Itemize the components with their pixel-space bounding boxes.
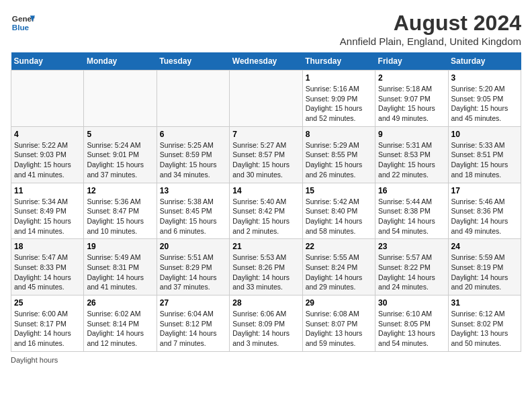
cell-content: Sunrise: 5:57 AM Sunset: 8:22 PM Dayligh… (378, 253, 445, 292)
cell-content: Sunrise: 5:53 AM Sunset: 8:26 PM Dayligh… (232, 253, 299, 292)
sunset-label: Sunset: 8:47 PM (87, 207, 139, 215)
calendar-cell: 26 Sunrise: 6:02 AM Sunset: 8:14 PM Dayl… (84, 295, 157, 352)
sunrise-label: Sunrise: 5:57 AM (378, 253, 432, 261)
sunrise-label: Sunrise: 6:00 AM (14, 310, 68, 318)
sunset-label: Sunset: 8:31 PM (87, 263, 139, 271)
cell-content: Sunrise: 5:51 AM Sunset: 8:29 PM Dayligh… (160, 253, 226, 292)
day-number: 2 (378, 73, 445, 83)
header-row: Sunday Monday Tuesday Wednesday Thursday… (11, 52, 521, 71)
day-number: 9 (378, 130, 445, 139)
daylight-label: Daylight: 15 hours and 45 minutes. (451, 104, 508, 122)
sunset-label: Sunset: 8:26 PM (232, 263, 285, 271)
calendar-cell: 15 Sunrise: 5:42 AM Sunset: 8:40 PM Dayl… (302, 183, 375, 239)
daylight-label: Daylight: 13 hours and 50 minutes. (451, 329, 508, 347)
cell-content: Sunrise: 5:44 AM Sunset: 8:38 PM Dayligh… (378, 197, 445, 236)
sunset-label: Sunset: 8:49 PM (14, 207, 66, 215)
daylight-label: Daylight: 14 hours and 12 minutes. (87, 329, 144, 347)
daylight-label: Daylight: 13 hours and 54 minutes. (378, 329, 435, 347)
cell-content: Sunrise: 5:36 AM Sunset: 8:47 PM Dayligh… (87, 197, 153, 236)
sunrise-label: Sunrise: 5:22 AM (14, 141, 68, 149)
sunset-label: Sunset: 8:42 PM (232, 207, 285, 215)
sunset-label: Sunset: 8:22 PM (378, 263, 431, 271)
header-sunday: Sunday (11, 52, 84, 71)
calendar-cell: 25 Sunrise: 6:00 AM Sunset: 8:17 PM Dayl… (11, 295, 84, 352)
calendar-week-1: 1 Sunrise: 5:16 AM Sunset: 9:09 PM Dayli… (11, 71, 521, 127)
daylight-label: Daylight: 15 hours and 37 minutes. (87, 161, 144, 179)
day-number: 11 (14, 186, 81, 195)
calendar-cell: 8 Sunrise: 5:29 AM Sunset: 8:55 PM Dayli… (302, 126, 375, 183)
daylight-label: Daylight: 15 hours and 26 minutes. (306, 161, 363, 179)
daylight-label: Daylight: 14 hours and 33 minutes. (232, 273, 290, 291)
sunset-label: Sunset: 8:55 PM (306, 150, 358, 158)
sunset-label: Sunset: 8:05 PM (378, 320, 431, 328)
sunrise-label: Sunrise: 5:38 AM (160, 197, 214, 205)
calendar-cell: 22 Sunrise: 5:55 AM Sunset: 8:24 PM Dayl… (302, 239, 375, 295)
daylight-label: Daylight: 14 hours and 37 minutes. (160, 273, 217, 291)
sunset-label: Sunset: 9:07 PM (378, 95, 431, 103)
cell-content: Sunrise: 5:59 AM Sunset: 8:19 PM Dayligh… (451, 253, 518, 292)
daylight-label: Daylight: 15 hours and 52 minutes. (306, 104, 363, 122)
cell-content: Sunrise: 5:47 AM Sunset: 8:33 PM Dayligh… (14, 253, 81, 292)
logo: General Blue (11, 11, 35, 35)
sunrise-label: Sunrise: 5:42 AM (306, 197, 359, 205)
day-number: 5 (87, 130, 153, 139)
day-number: 31 (451, 298, 518, 308)
sunset-label: Sunset: 8:40 PM (306, 207, 358, 215)
daylight-label: Daylight: 15 hours and 6 minutes. (160, 217, 217, 235)
calendar-cell (230, 71, 302, 127)
sunset-label: Sunset: 8:36 PM (451, 207, 504, 215)
title-area: August 2024 Annfield Plain, England, Uni… (340, 11, 521, 47)
header-thursday: Thursday (302, 52, 375, 71)
daylight-label: Daylight: 14 hours and 29 minutes. (306, 273, 363, 291)
sunrise-label: Sunrise: 6:06 AM (232, 310, 286, 318)
sunset-label: Sunset: 8:24 PM (306, 263, 358, 271)
day-number: 22 (306, 242, 372, 251)
daylight-label: Daylight: 14 hours and 41 minutes. (87, 273, 144, 291)
sunrise-label: Sunrise: 5:31 AM (378, 141, 432, 149)
day-number: 26 (87, 298, 153, 308)
cell-content: Sunrise: 6:00 AM Sunset: 8:17 PM Dayligh… (14, 309, 81, 349)
daylight-label: Daylight: 14 hours and 7 minutes. (160, 329, 217, 347)
sunrise-label: Sunrise: 6:02 AM (87, 310, 140, 318)
sunset-label: Sunset: 8:51 PM (451, 150, 504, 158)
cell-content: Sunrise: 5:29 AM Sunset: 8:55 PM Dayligh… (306, 140, 372, 180)
calendar-cell: 1 Sunrise: 5:16 AM Sunset: 9:09 PM Dayli… (302, 71, 375, 127)
sunrise-label: Sunrise: 5:36 AM (87, 197, 140, 205)
calendar-cell: 20 Sunrise: 5:51 AM Sunset: 8:29 PM Dayl… (157, 239, 229, 295)
day-number: 1 (306, 73, 372, 83)
calendar-cell: 16 Sunrise: 5:44 AM Sunset: 8:38 PM Dayl… (375, 183, 448, 239)
day-number: 14 (232, 186, 299, 195)
day-number: 15 (306, 186, 372, 195)
calendar-cell: 17 Sunrise: 5:46 AM Sunset: 8:36 PM Dayl… (448, 183, 521, 239)
calendar-week-4: 18 Sunrise: 5:47 AM Sunset: 8:33 PM Dayl… (11, 239, 521, 295)
sunset-label: Sunset: 8:38 PM (378, 207, 431, 215)
day-number: 7 (232, 130, 299, 139)
cell-content: Sunrise: 5:55 AM Sunset: 8:24 PM Dayligh… (306, 253, 372, 292)
sunrise-label: Sunrise: 5:34 AM (14, 197, 68, 205)
daylight-label: Daylight: 14 hours and 3 minutes. (232, 329, 290, 347)
calendar-cell: 21 Sunrise: 5:53 AM Sunset: 8:26 PM Dayl… (230, 239, 302, 295)
header-monday: Monday (84, 52, 157, 71)
page-subtitle: Annfield Plain, England, United Kingdom (340, 36, 521, 47)
day-number: 28 (232, 298, 299, 308)
calendar-week-3: 11 Sunrise: 5:34 AM Sunset: 8:49 PM Dayl… (11, 183, 521, 239)
cell-content: Sunrise: 5:27 AM Sunset: 8:57 PM Dayligh… (232, 140, 299, 180)
cell-content: Sunrise: 5:16 AM Sunset: 9:09 PM Dayligh… (306, 84, 372, 124)
cell-content: Sunrise: 6:10 AM Sunset: 8:05 PM Dayligh… (378, 309, 445, 349)
sunrise-label: Sunrise: 5:49 AM (87, 253, 140, 261)
daylight-label: Daylight: 14 hours and 45 minutes. (14, 273, 71, 291)
cell-content: Sunrise: 6:02 AM Sunset: 8:14 PM Dayligh… (87, 309, 153, 349)
sunset-label: Sunset: 9:05 PM (451, 95, 504, 103)
sunset-label: Sunset: 9:09 PM (306, 95, 358, 103)
day-number: 8 (306, 130, 372, 139)
calendar-table: Sunday Monday Tuesday Wednesday Thursday… (11, 52, 521, 352)
day-number: 27 (160, 298, 226, 308)
sunrise-label: Sunrise: 5:55 AM (306, 253, 359, 261)
calendar-cell: 13 Sunrise: 5:38 AM Sunset: 8:45 PM Dayl… (157, 183, 229, 239)
day-number: 21 (232, 242, 299, 251)
cell-content: Sunrise: 6:06 AM Sunset: 8:09 PM Dayligh… (232, 309, 299, 349)
cell-content: Sunrise: 5:22 AM Sunset: 9:03 PM Dayligh… (14, 140, 81, 180)
sunrise-label: Sunrise: 6:10 AM (378, 310, 432, 318)
day-number: 16 (378, 186, 445, 195)
day-number: 13 (160, 186, 226, 195)
